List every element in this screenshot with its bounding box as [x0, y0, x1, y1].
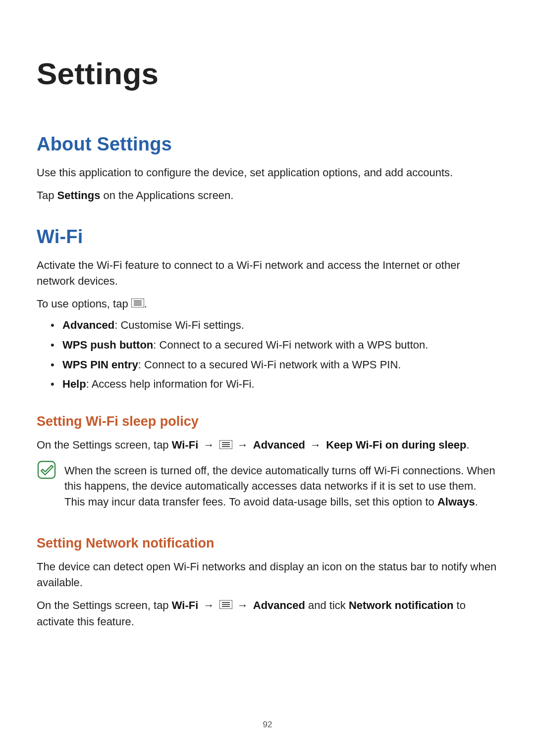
- text-fragment: To use options, tap: [37, 298, 131, 310]
- option-label: Help: [62, 378, 86, 390]
- bold-network-notification: Network notification: [349, 599, 453, 611]
- sleep-policy-path: On the Settings screen, tap Wi-Fi → → Ad…: [37, 437, 498, 454]
- option-label: Advanced: [62, 319, 114, 331]
- arrow-icon: →: [200, 599, 217, 611]
- wifi-intro: Activate the Wi-Fi feature to connect to…: [37, 257, 498, 289]
- about-paragraph-1: Use this application to configure the de…: [37, 165, 498, 181]
- bold-wifi: Wi-Fi: [172, 439, 199, 451]
- text-fragment: When the screen is turned off, the devic…: [64, 464, 495, 508]
- about-paragraph-2: Tap Settings on the Applications screen.: [37, 188, 498, 203]
- bold-keep-wifi-on: Keep Wi-Fi on during sleep: [326, 439, 466, 451]
- netnotif-path: On the Settings screen, tap Wi-Fi → → Ad…: [37, 598, 498, 630]
- wifi-options-list: Advanced: Customise Wi-Fi settings. WPS …: [51, 317, 498, 393]
- note-icon: [37, 460, 56, 484]
- menu-icon: [219, 598, 232, 613]
- list-item: WPS PIN entry: Connect to a secured Wi-F…: [51, 357, 498, 373]
- list-item: Advanced: Customise Wi-Fi settings.: [51, 317, 498, 333]
- page-title: Settings: [37, 51, 498, 96]
- arrow-icon: →: [200, 439, 217, 451]
- menu-icon: [131, 296, 144, 312]
- text-fragment: Tap: [37, 189, 57, 202]
- text-fragment: .: [467, 439, 470, 451]
- bold-advanced: Advanced: [253, 439, 305, 451]
- note-block: When the screen is turned off, the devic…: [37, 459, 498, 514]
- text-fragment: .: [475, 496, 478, 508]
- subsection-heading-sleep-policy: Setting Wi-Fi sleep policy: [37, 412, 498, 431]
- list-item: WPS push button: Connect to a secured Wi…: [51, 337, 498, 353]
- option-desc: : Customise Wi-Fi settings.: [114, 319, 244, 331]
- option-label: WPS push button: [62, 339, 153, 351]
- text-fragment: and tick: [305, 599, 349, 611]
- text-fragment: On the Settings screen, tap: [37, 599, 172, 611]
- option-desc: : Access help information for Wi-Fi.: [86, 378, 255, 390]
- menu-icon: [219, 438, 232, 454]
- section-heading-wifi: Wi-Fi: [37, 223, 498, 251]
- bold-settings: Settings: [57, 189, 101, 202]
- text-fragment: on the Applications screen.: [100, 189, 233, 202]
- section-heading-about: About Settings: [37, 131, 498, 158]
- text-fragment: On the Settings screen, tap: [37, 439, 172, 451]
- page-number: 92: [0, 719, 535, 731]
- bold-wifi: Wi-Fi: [172, 599, 199, 611]
- note-text: When the screen is turned off, the devic…: [64, 463, 498, 510]
- option-label: WPS PIN entry: [62, 358, 138, 371]
- arrow-icon: →: [234, 599, 251, 611]
- page-content: Settings About Settings Use this applica…: [0, 0, 535, 630]
- arrow-icon: →: [307, 439, 324, 451]
- netnotif-paragraph-1: The device can detect open Wi-Fi network…: [37, 559, 498, 591]
- wifi-options-lead: To use options, tap .: [37, 296, 498, 312]
- bold-advanced: Advanced: [253, 599, 305, 611]
- text-fragment: .: [144, 298, 147, 310]
- option-desc: : Connect to a secured Wi-Fi network wit…: [138, 358, 401, 371]
- bold-always: Always: [437, 496, 475, 508]
- list-item: Help: Access help information for Wi-Fi.: [51, 376, 498, 392]
- arrow-icon: →: [234, 439, 251, 451]
- subsection-heading-network-notification: Setting Network notification: [37, 534, 498, 553]
- option-desc: : Connect to a secured Wi-Fi network wit…: [153, 339, 428, 351]
